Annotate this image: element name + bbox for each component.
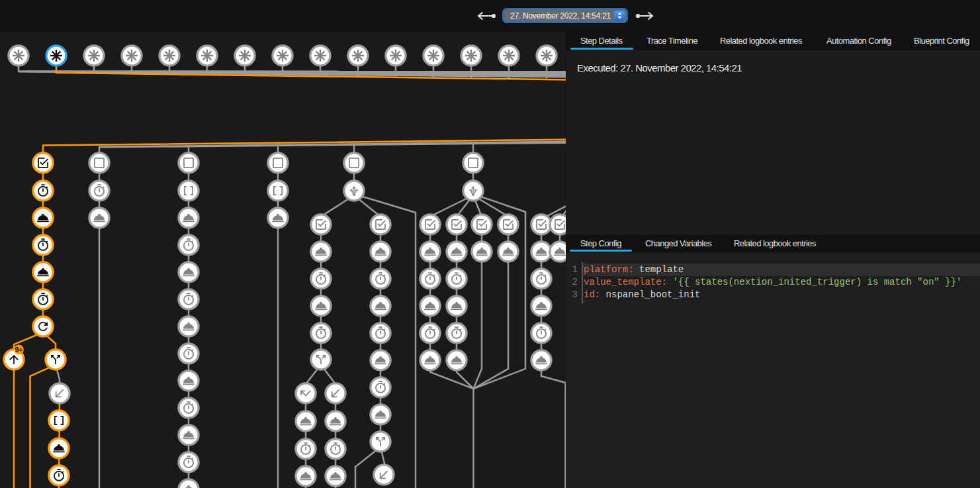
- svg-text:9+: 9+: [15, 346, 23, 354]
